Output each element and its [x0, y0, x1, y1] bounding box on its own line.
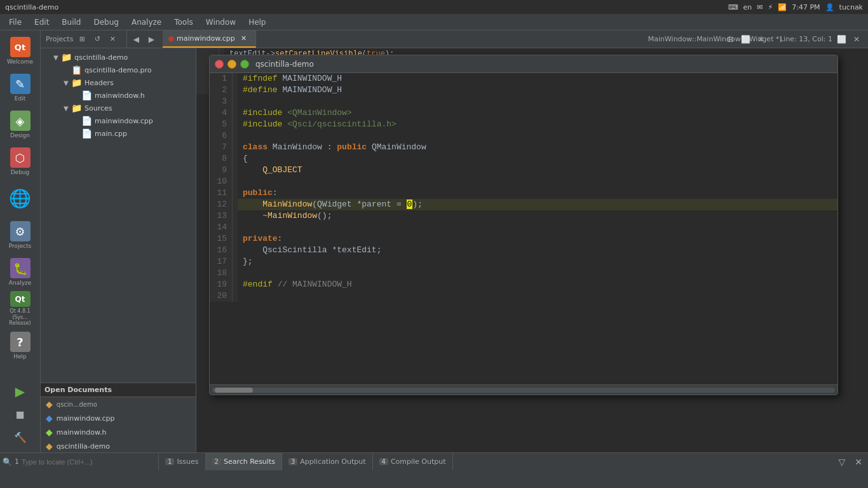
sidebar-item-design[interactable]: ◈ Design	[3, 107, 38, 142]
app-output-tab-num: 3	[288, 458, 297, 465]
sidebar-item-qt[interactable]: Qt Qt 4.8.1 (Sys... Release)	[3, 291, 38, 327]
close-editor-x-button[interactable]: ✕	[850, 33, 863, 46]
issues-tab-num: 1	[165, 458, 174, 465]
tree-item-sources[interactable]: ▼ 📁 Sources	[41, 102, 196, 114]
app-name: qscintilla-demo	[5, 3, 58, 11]
tree-item-headers[interactable]: ▼ 📁 Headers	[41, 76, 196, 89]
tree-item-mainwindow-h[interactable]: 📄 mainwindow.h	[41, 89, 196, 102]
doc-item-mainwindow-h[interactable]: ◆ mainwindow.h	[41, 425, 196, 439]
sidebar-item-projects[interactable]: ⚙ Projects	[3, 217, 38, 253]
menu-window[interactable]: Window	[200, 17, 242, 28]
keyboard-icon: ⌨	[728, 3, 738, 11]
menu-bar: File Edit Build Debug Analyze Tools Wind…	[0, 14, 868, 30]
menu-tools[interactable]: Tools	[168, 17, 200, 28]
sidebar-item-help[interactable]: ? Help	[3, 328, 38, 363]
time-display: 7:47 PM	[792, 3, 820, 11]
doc-icon-qscintilla-demo: ◆	[46, 441, 53, 451]
sidebar-item-edit[interactable]: ✎ Edit	[3, 70, 38, 105]
menu-file[interactable]: File	[3, 17, 28, 28]
stop-button[interactable]: ⏹	[5, 404, 36, 424]
run-icon: ▶	[15, 384, 25, 399]
dialog-title-text: qscintilla-demo	[255, 60, 314, 69]
help-icon: ?	[10, 332, 31, 352]
minimize-bottom-button[interactable]: ▽	[835, 455, 849, 469]
menu-edit[interactable]: Edit	[28, 17, 55, 28]
dialog-line-8: 8 {	[210, 153, 837, 165]
dialog-line-9: 9 Q_OBJECT	[210, 165, 837, 176]
bottom-tab-issues[interactable]: 1 Issues	[159, 453, 206, 470]
sync-button[interactable]: ↺	[91, 33, 104, 46]
doc-item-mainwindow-cpp[interactable]: ◆ mainwindow.cpp	[41, 411, 196, 425]
dialog-line-11: 11 public:	[210, 187, 837, 199]
doc-label-qscintilla-demo: qscintilla-demo	[57, 442, 110, 451]
dialog-line-5: 5 #include <Qsci/qsciscintilla.h>	[210, 119, 837, 130]
editor-tab-controls: MainWindow::MainWindow(QWidget *) ⊟ ⬜ ✕ …	[709, 30, 868, 48]
close-file-tab-button[interactable]: ✕	[238, 32, 250, 45]
menu-help[interactable]: Help	[242, 17, 272, 28]
dialog-code-view[interactable]: 1 #ifndef MAINWINDOW_H 2 #define MAINWIN…	[210, 73, 837, 384]
close-editor-button[interactable]: ✕	[754, 33, 767, 46]
design-icon: ◈	[10, 111, 31, 131]
dialog-line-12: 12 MainWindow(QWidget *parent = 0);	[210, 199, 837, 210]
dialog-line-4: 4 #include <QMainWindow>	[210, 107, 837, 119]
run-button[interactable]: ▶	[5, 381, 36, 402]
open-documents-title: Open Documents	[44, 386, 112, 394]
float-dialog: qscintilla-demo 1 #ifndef MAINWINDOW_H 2	[209, 55, 838, 395]
close-panel-button[interactable]: ✕	[106, 33, 119, 46]
edit-label: Edit	[15, 95, 25, 102]
welcome-label: Welcome	[7, 58, 33, 65]
locate-input[interactable]	[22, 458, 156, 466]
file-tab-label: mainwindow.cpp	[177, 34, 235, 43]
doc-item-qscin[interactable]: ◆ qscin...demo	[41, 397, 196, 411]
icon-bar: Qt Welcome ✎ Edit ◈ Design ⬡ Debug 🌐 ⚙ P…	[0, 30, 41, 452]
doc-label-qscin: qscin...demo	[57, 401, 97, 408]
menu-build[interactable]: Build	[55, 17, 87, 28]
sidebar-item-welcome[interactable]: Qt Welcome	[3, 33, 38, 69]
dialog-title-bar: qscintilla-demo	[210, 55, 837, 73]
tree-item-mainwindow-cpp[interactable]: 📄 mainwindow.cpp	[41, 114, 196, 127]
filter-button[interactable]: ⊞	[76, 33, 88, 46]
dialog-line-13: 13 ~MainWindow();	[210, 210, 837, 222]
chrome-icon: 🌐	[10, 188, 31, 208]
dialog-maximize-button[interactable]	[240, 60, 249, 69]
split-button[interactable]: ⊟	[724, 33, 736, 46]
expand-editor-button[interactable]: ⬜	[835, 33, 848, 46]
tree-item-main-cpp[interactable]: 📄 main.cpp	[41, 127, 196, 140]
locate-num: 1	[15, 458, 19, 466]
tree-item-root[interactable]: ▼ 📁 qscintilla-demo	[41, 51, 196, 64]
menu-analyze[interactable]: Analyze	[125, 17, 168, 28]
bottom-tab-search-results[interactable]: 2 Search Results	[206, 453, 282, 470]
doc-item-qscintilla-demo[interactable]: ◆ qscintilla-demo	[41, 439, 196, 452]
bottom-tab-compile-output[interactable]: 4 Compile Output	[373, 453, 453, 470]
tree-item-pro[interactable]: 📋 qscintilla-demo.pro	[41, 64, 196, 76]
dialog-line-16: 16 QsciScintilla *textEdit;	[210, 245, 837, 256]
dialog-line-18: 18	[210, 268, 837, 279]
sidebar-item-chrome[interactable]: 🌐	[3, 180, 38, 216]
scrollbar-thumb[interactable]	[215, 388, 253, 393]
dialog-line-1: 1 #ifndef MAINWINDOW_H	[210, 73, 837, 85]
compile-output-tab-num: 4	[379, 458, 388, 465]
back-button[interactable]: ◀	[130, 33, 142, 46]
dialog-line-19: 19 #endif // MAINWINDOW_H	[210, 279, 837, 290]
file-type-icon: ●	[168, 34, 174, 43]
dialog-minimize-button[interactable]	[227, 60, 236, 69]
dialog-close-button[interactable]	[215, 60, 224, 69]
scrollbar-track[interactable]	[212, 388, 835, 393]
system-bar-right: ⌨ en ✉ ⚡ 📶 7:47 PM 👤 tucnak	[728, 3, 863, 11]
forward-button[interactable]: ▶	[145, 33, 158, 46]
maximize-button[interactable]: ⬜	[739, 33, 752, 46]
tab-projects[interactable]: Projects ⊞ ↺ ✕	[41, 30, 127, 48]
sidebar-item-debug[interactable]: ⬡ Debug	[3, 144, 38, 179]
h-split: ▼ 📁 qscintilla-demo 📋 qscintilla-demo.pr…	[41, 48, 868, 452]
sidebar-item-analyze[interactable]: 🐛 Analyze	[3, 254, 38, 290]
help-label: Help	[13, 353, 27, 360]
project-tree: ▼ 📁 qscintilla-demo 📋 qscintilla-demo.pr…	[41, 48, 196, 383]
bottom-tab-app-output[interactable]: 3 Application Output	[282, 453, 373, 470]
build-button[interactable]: 🔨	[5, 427, 36, 447]
close-bottom-button[interactable]: ✕	[851, 455, 865, 469]
tab-mainwindow-cpp[interactable]: ● mainwindow.cpp ✕	[163, 30, 255, 48]
dialog-horizontal-scrollbar[interactable]	[210, 384, 837, 395]
menu-debug[interactable]: Debug	[87, 17, 125, 28]
search-icon: 🔍	[3, 458, 12, 466]
wifi-icon: 📶	[778, 3, 787, 11]
